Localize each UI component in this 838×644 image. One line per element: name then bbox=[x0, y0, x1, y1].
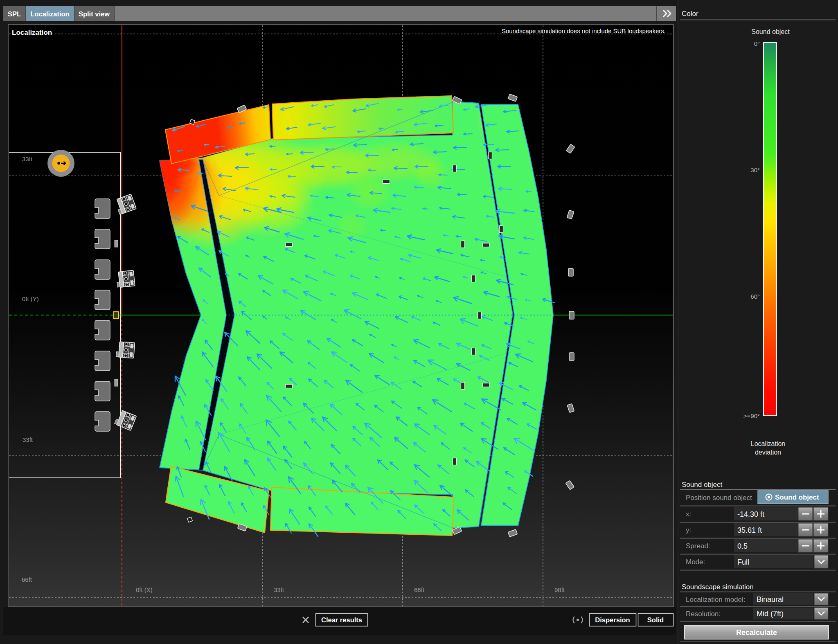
svg-text:Localization: Localization bbox=[12, 29, 52, 36]
svg-text:Soundscape simulation does not: Soundscape simulation does not include S… bbox=[502, 27, 666, 34]
svg-text:0.5: 0.5 bbox=[737, 542, 748, 550]
svg-text:33ft: 33ft bbox=[274, 586, 284, 593]
svg-text:Localization model:: Localization model: bbox=[686, 596, 746, 603]
svg-text:SPL: SPL bbox=[8, 10, 21, 18]
svg-text:Color: Color bbox=[682, 10, 698, 18]
svg-text:35.61 ft: 35.61 ft bbox=[737, 526, 762, 534]
svg-text:30°: 30° bbox=[750, 167, 760, 173]
svg-text:Position sound object: Position sound object bbox=[686, 494, 752, 502]
svg-text:-33ft: -33ft bbox=[20, 436, 33, 443]
svg-text:Sound object: Sound object bbox=[751, 28, 790, 35]
svg-text:Full: Full bbox=[737, 558, 749, 566]
svg-text:Mid (7ft): Mid (7ft) bbox=[757, 610, 784, 618]
svg-text:Localization: Localization bbox=[30, 10, 69, 18]
svg-text:Soundscape simulation: Soundscape simulation bbox=[682, 583, 754, 591]
svg-text:x:: x: bbox=[686, 510, 691, 518]
svg-text:Spread:: Spread: bbox=[686, 542, 710, 550]
svg-text:Sound object: Sound object bbox=[775, 493, 819, 501]
svg-text:-66ft: -66ft bbox=[20, 576, 32, 583]
svg-text:0ft (Y): 0ft (Y) bbox=[22, 295, 39, 302]
svg-text:33ft: 33ft bbox=[22, 155, 33, 162]
svg-text:Binaural: Binaural bbox=[757, 595, 784, 603]
svg-text:Clear results: Clear results bbox=[321, 616, 362, 624]
svg-text:0ft (X): 0ft (X) bbox=[136, 586, 153, 593]
svg-text:Localization: Localization bbox=[751, 440, 786, 447]
svg-text:98ft: 98ft bbox=[554, 586, 565, 593]
svg-text:>=90°: >=90° bbox=[743, 412, 760, 419]
svg-text:Solid: Solid bbox=[647, 616, 664, 624]
svg-text:66ft: 66ft bbox=[414, 586, 425, 593]
svg-text:0°: 0° bbox=[754, 40, 760, 47]
svg-text:60°: 60° bbox=[750, 293, 760, 300]
svg-text:Sound object: Sound object bbox=[682, 481, 723, 489]
svg-text:Split view: Split view bbox=[79, 10, 110, 18]
svg-text:Dispersion: Dispersion bbox=[595, 616, 630, 624]
svg-text:Mode:: Mode: bbox=[686, 558, 705, 566]
svg-text:deviation: deviation bbox=[755, 449, 781, 456]
svg-text:y:: y: bbox=[686, 526, 691, 534]
svg-text:-14.30 ft: -14.30 ft bbox=[737, 510, 764, 518]
svg-text:Resolution:: Resolution: bbox=[686, 610, 721, 618]
svg-text:Recalculate: Recalculate bbox=[736, 628, 777, 637]
